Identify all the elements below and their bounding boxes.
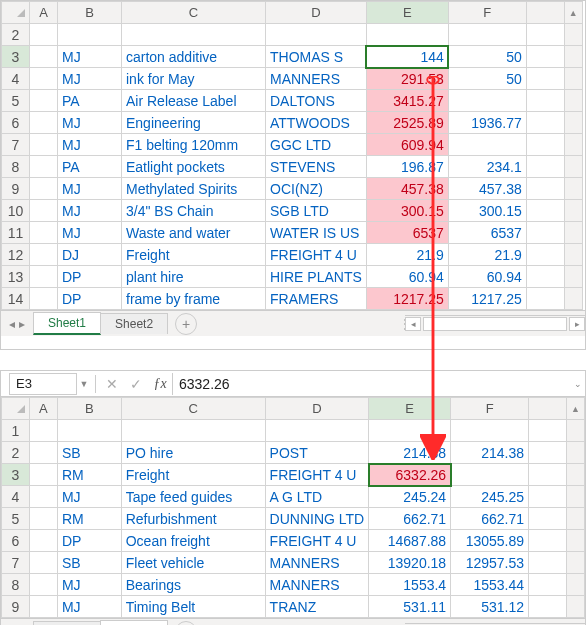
vscroll-track[interactable] bbox=[564, 46, 582, 68]
cell-F8[interactable]: 234.1 bbox=[448, 156, 526, 178]
row-header[interactable]: 6 bbox=[2, 530, 30, 552]
cell-E3[interactable]: 6332.26 bbox=[369, 464, 451, 486]
vscroll-track[interactable] bbox=[566, 508, 584, 530]
row-header[interactable]: 3 bbox=[2, 46, 30, 68]
cell-F14[interactable]: 1217.25 bbox=[448, 288, 526, 310]
vscroll-track[interactable] bbox=[564, 222, 582, 244]
row-header[interactable]: 5 bbox=[2, 90, 30, 112]
col-header-B[interactable]: B bbox=[58, 2, 122, 24]
cell-blank[interactable] bbox=[526, 134, 564, 156]
hscroll-left-button[interactable]: ◂ bbox=[405, 317, 421, 331]
vscroll-track[interactable] bbox=[564, 90, 582, 112]
cell-B1[interactable] bbox=[57, 420, 121, 442]
cell-E4[interactable]: 245.24 bbox=[369, 486, 451, 508]
cell-D8[interactable]: MANNERS bbox=[265, 574, 369, 596]
row-header[interactable]: 7 bbox=[2, 552, 30, 574]
cell-E8[interactable]: 1553.4 bbox=[369, 574, 451, 596]
vscroll-track[interactable] bbox=[564, 68, 582, 90]
cell-A8[interactable] bbox=[30, 156, 58, 178]
cell-A3[interactable] bbox=[29, 464, 57, 486]
cell-C4[interactable]: ink for May bbox=[122, 68, 266, 90]
cell-D9[interactable]: TRANZ bbox=[265, 596, 369, 618]
sheet-tab-2[interactable]: Sheet2 bbox=[100, 620, 168, 625]
cell-B5[interactable]: RM bbox=[57, 508, 121, 530]
cell-blank[interactable] bbox=[529, 442, 567, 464]
cell-B9[interactable]: MJ bbox=[57, 596, 121, 618]
cell-C8[interactable]: Eatlight pockets bbox=[122, 156, 266, 178]
cell-blank[interactable] bbox=[529, 508, 567, 530]
cell-B2[interactable]: SB bbox=[57, 442, 121, 464]
vscroll-track[interactable] bbox=[564, 288, 582, 310]
cell-E6[interactable]: 14687.88 bbox=[369, 530, 451, 552]
cell-B11[interactable]: MJ bbox=[58, 222, 122, 244]
tab-nav-prev-icon[interactable]: ◂ bbox=[9, 317, 15, 331]
row-header[interactable]: 8 bbox=[2, 156, 30, 178]
row-header[interactable]: 2 bbox=[2, 442, 30, 464]
vscroll-track[interactable] bbox=[566, 596, 584, 618]
cell-F4[interactable]: 50 bbox=[448, 68, 526, 90]
cell-A3[interactable] bbox=[30, 46, 58, 68]
cell-E6[interactable]: 2525.89 bbox=[366, 112, 448, 134]
cell-F9[interactable]: 457.38 bbox=[448, 178, 526, 200]
cell-D2[interactable] bbox=[266, 24, 367, 46]
cell-C8[interactable]: Bearings bbox=[121, 574, 265, 596]
cell-A5[interactable] bbox=[30, 90, 58, 112]
row-header[interactable]: 3 bbox=[2, 464, 30, 486]
cell-A2[interactable] bbox=[30, 24, 58, 46]
cell-C4[interactable]: Tape feed guides bbox=[121, 486, 265, 508]
cell-B7[interactable]: MJ bbox=[58, 134, 122, 156]
cell-D7[interactable]: GGC LTD bbox=[266, 134, 367, 156]
formula-value[interactable]: 6332.26 bbox=[172, 373, 571, 395]
cell-C10[interactable]: 3/4" BS Chain bbox=[122, 200, 266, 222]
vscroll-track[interactable] bbox=[564, 266, 582, 288]
row-header[interactable]: 7 bbox=[2, 134, 30, 156]
vscroll-track[interactable] bbox=[566, 574, 584, 596]
cell-blank[interactable] bbox=[529, 420, 567, 442]
cell-D9[interactable]: OCI(NZ) bbox=[266, 178, 367, 200]
vscroll-track[interactable] bbox=[564, 112, 582, 134]
cell-D12[interactable]: FREIGHT 4 U bbox=[266, 244, 367, 266]
col-header-C[interactable]: C bbox=[121, 398, 265, 420]
cell-E9[interactable]: 457.38 bbox=[366, 178, 448, 200]
cell-D5[interactable]: DALTONS bbox=[266, 90, 367, 112]
cell-F1[interactable] bbox=[451, 420, 529, 442]
cell-A5[interactable] bbox=[29, 508, 57, 530]
row-header[interactable]: 13 bbox=[2, 266, 30, 288]
col-header-B[interactable]: B bbox=[57, 398, 121, 420]
cell-C13[interactable]: plant hire bbox=[122, 266, 266, 288]
cell-F2[interactable] bbox=[448, 24, 526, 46]
cell-D13[interactable]: HIRE PLANTS bbox=[266, 266, 367, 288]
cell-B3[interactable]: MJ bbox=[58, 46, 122, 68]
cell-F7[interactable]: 12957.53 bbox=[451, 552, 529, 574]
vscroll-up[interactable]: ▲ bbox=[564, 2, 582, 24]
cell-blank[interactable] bbox=[526, 288, 564, 310]
cell-F9[interactable]: 531.12 bbox=[451, 596, 529, 618]
cell-B6[interactable]: MJ bbox=[58, 112, 122, 134]
cell-F6[interactable]: 13055.89 bbox=[451, 530, 529, 552]
vscroll-track[interactable] bbox=[564, 24, 582, 46]
col-header-A[interactable]: A bbox=[30, 2, 58, 24]
cell-C7[interactable]: F1 belting 120mm bbox=[122, 134, 266, 156]
vscroll-track[interactable] bbox=[564, 134, 582, 156]
cell-blank[interactable] bbox=[526, 90, 564, 112]
cell-C5[interactable]: Refurbishment bbox=[121, 508, 265, 530]
cell-E5[interactable]: 662.71 bbox=[369, 508, 451, 530]
cell-D4[interactable]: MANNERS bbox=[266, 68, 367, 90]
cell-B8[interactable]: PA bbox=[58, 156, 122, 178]
cell-C2[interactable]: PO hire bbox=[121, 442, 265, 464]
cell-A10[interactable] bbox=[30, 200, 58, 222]
row-header[interactable]: 8 bbox=[2, 574, 30, 596]
hscroll-right-button[interactable]: ▸ bbox=[569, 317, 585, 331]
cell-A7[interactable] bbox=[29, 552, 57, 574]
cell-F11[interactable]: 6537 bbox=[448, 222, 526, 244]
cell-blank[interactable] bbox=[529, 464, 567, 486]
cell-D6[interactable]: ATTWOODS bbox=[266, 112, 367, 134]
col-header-A[interactable]: A bbox=[29, 398, 57, 420]
col-header-D[interactable]: D bbox=[265, 398, 369, 420]
cell-blank[interactable] bbox=[526, 112, 564, 134]
row-header[interactable]: 9 bbox=[2, 178, 30, 200]
cell-B12[interactable]: DJ bbox=[58, 244, 122, 266]
cell-E13[interactable]: 60.94 bbox=[366, 266, 448, 288]
cell-C9[interactable]: Timing Belt bbox=[121, 596, 265, 618]
select-all-corner[interactable] bbox=[2, 2, 30, 24]
